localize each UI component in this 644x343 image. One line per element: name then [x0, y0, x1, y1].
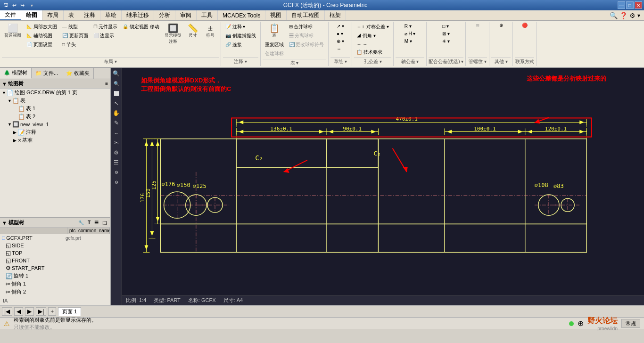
vtool-trim[interactable]: ✂: [112, 138, 121, 147]
mt-item-side[interactable]: ◱ SIDE: [0, 242, 110, 249]
drawing-tree-toggle[interactable]: ▼: [2, 81, 7, 87]
view-mode-btn[interactable]: 常规: [621, 319, 640, 328]
menu-review[interactable]: 审阅: [175, 10, 197, 20]
vtool-zoom-fit[interactable]: ⬜: [112, 89, 121, 98]
quick-save-btn[interactable]: 🖫: [2, 2, 10, 8]
menu-sketch[interactable]: 草绘: [100, 10, 122, 20]
page-tab-1[interactable]: 页面 1: [58, 307, 81, 316]
menu-file[interactable]: 文件: [0, 10, 21, 20]
tree-item-datum[interactable]: ▶ × 基准: [0, 136, 110, 144]
btn-m-dim[interactable]: M ▾: [402, 38, 418, 45]
menu-drawing[interactable]: 绘图: [21, 10, 42, 20]
nav-last-btn[interactable]: ▶|: [36, 307, 46, 316]
btn-local-magnify[interactable]: 📐 局部放大图: [24, 23, 59, 31]
mt-item-gcfx[interactable]: □ GCFX.PRT gcfx.prt: [0, 234, 110, 242]
settings-icon[interactable]: ⚙: [629, 12, 636, 19]
btn-edge-display[interactable]: ⬜ 边显示: [91, 32, 120, 40]
vtool-select[interactable]: ↖: [112, 98, 121, 108]
nav-prev-btn[interactable]: ◀: [14, 307, 23, 316]
btn-fit-h[interactable]: ⊠ ▾: [440, 30, 452, 37]
btn-auxiliary-view[interactable]: 📐 辅助视图: [24, 32, 59, 40]
mt-item-chamfer1[interactable]: ✂ 倒角 1: [0, 280, 110, 288]
nav-add-btn[interactable]: +: [48, 307, 56, 316]
btn-size[interactable]: 📏 尺寸: [184, 23, 201, 40]
menu-table[interactable]: 表: [64, 10, 79, 20]
menu-view[interactable]: 视图: [265, 10, 287, 20]
quick-undo-btn[interactable]: ↩: [11, 2, 18, 9]
btn-page-setup[interactable]: 📄 页面设置: [24, 41, 59, 49]
tree-item-new-view[interactable]: ▼ 🔲 new_view_1: [0, 121, 110, 128]
vtool-zoom-in[interactable]: 🔍: [112, 69, 121, 78]
nav-first-btn[interactable]: |◀: [2, 307, 12, 316]
mt-btn1[interactable]: 🔧: [77, 219, 85, 226]
mt-item-front[interactable]: ◱ FRONT: [0, 257, 110, 264]
btn-component-display[interactable]: ☐ 元件显示: [91, 23, 120, 31]
btn-arrow-lr[interactable]: ← →: [354, 41, 391, 48]
menu-frame[interactable]: 框架: [325, 10, 346, 20]
tab-model-tree[interactable]: 🌲 模型树: [0, 68, 32, 79]
btn-normal-view[interactable]: ⬜ 普通视图: [2, 23, 24, 40]
btn-update-page[interactable]: 🔄 更新页面: [60, 32, 91, 40]
menu-mcadex[interactable]: MCADEx Tools: [218, 10, 265, 20]
vtool-edit[interactable]: ✎: [112, 118, 121, 128]
model-tree-toggle[interactable]: ▼: [2, 220, 7, 226]
btn-merge-balloon[interactable]: ⊞ 合并球标: [287, 23, 327, 31]
quick-redo-btn[interactable]: ↪: [19, 2, 26, 9]
tab-favorites[interactable]: ⭐ 收藏夹: [62, 68, 94, 79]
vtool-config2[interactable]: ⚙: [112, 178, 121, 187]
mt-item-start[interactable]: ⚙ START_PART: [0, 264, 110, 272]
btn-sketch-line[interactable]: ⊕ ▾: [334, 38, 347, 45]
btn-change-balloon[interactable]: 🔄 更改球标符号: [287, 41, 327, 49]
tree-item-note[interactable]: ▶ 📝 注释: [0, 128, 110, 136]
mt-item-chamfer2[interactable]: ✂ 倒角 2: [0, 288, 110, 296]
btn-sketch-offset[interactable]: ↔: [334, 45, 347, 52]
tree-item-drawing-page[interactable]: ▼ 📄 绘图 GCFX.DRW 的第 1 页: [0, 89, 110, 97]
search-icon[interactable]: 🔍: [610, 12, 618, 19]
mt-item-top[interactable]: ◱ TOP: [0, 249, 110, 257]
btn-diameter-h[interactable]: ⌀ H ▾: [402, 30, 418, 37]
btn-connect[interactable]: 🔗 连接: [223, 41, 258, 49]
tab-files[interactable]: 📁 文件...: [32, 68, 62, 79]
vtool-config1[interactable]: ⚙: [112, 168, 121, 177]
drawing-tree-options[interactable]: ≡: [105, 81, 108, 86]
vtool-dimension[interactable]: ↔: [112, 128, 121, 138]
btn-chamfer[interactable]: ◢ 倒角 ▾: [354, 32, 391, 40]
mt-btn3[interactable]: ☰: [93, 219, 100, 226]
tree-item-table1[interactable]: 📋 表 1: [0, 105, 110, 113]
vtool-options[interactable]: ⚙: [112, 148, 121, 157]
mt-btn2[interactable]: T: [86, 219, 92, 226]
btn-fit-r[interactable]: □ ▾: [440, 23, 452, 30]
btn-create-balloon[interactable]: 创建球标: [263, 49, 286, 58]
menu-tools[interactable]: 工具: [197, 10, 218, 20]
menu-layout[interactable]: 布局: [42, 10, 64, 20]
model-tree-scroll[interactable]: □ GCFX.PRT gcfx.prt ◱ SIDE ◱ TOP ◱ FRONT: [0, 234, 110, 305]
btn-line-type[interactable]: ― 线型: [60, 23, 91, 31]
nav-next-btn[interactable]: ▶: [25, 307, 34, 316]
btn-r-dim[interactable]: R ▾: [402, 23, 418, 30]
btn-create-capture[interactable]: 📷 创建捕提线: [223, 32, 258, 40]
vtool-zoom-out[interactable]: 🔍: [112, 79, 121, 88]
vtool-layers[interactable]: ☰: [112, 158, 121, 167]
menu-inherit[interactable]: 继承迁移: [122, 10, 154, 20]
btn-table[interactable]: 📋 表: [266, 23, 283, 40]
menu-auto-drawing[interactable]: 自动工程图: [287, 10, 325, 20]
btn-display-model[interactable]: 🔲 显示模型注释: [162, 23, 184, 46]
btn-symbol[interactable]: ± 符号: [202, 23, 219, 40]
maximize-btn[interactable]: □: [626, 1, 634, 9]
vtool-pan[interactable]: ✋: [112, 108, 121, 118]
menu-annotation[interactable]: 注释: [79, 10, 100, 20]
btn-repeat-region[interactable]: 重复区域: [263, 41, 286, 49]
btn-sketch-arrow[interactable]: ↗ ▾: [334, 23, 347, 30]
help-icon[interactable]: ❓: [619, 12, 627, 19]
btn-tech-req[interactable]: 📋 技术要求: [354, 48, 391, 57]
btn-fit-m[interactable]: ✳ ▾: [440, 38, 452, 45]
btn-lock-view-move[interactable]: 🔒 锁定视图 移动: [120, 23, 162, 31]
tree-item-table2[interactable]: 📋 表 2: [0, 113, 110, 121]
ribbon-expand-icon[interactable]: ▾: [637, 12, 640, 19]
btn-split-balloon[interactable]: ☰ 分离球标: [287, 32, 327, 40]
btn-symmetry[interactable]: ↔⊥ 对称公差 ▾: [354, 23, 391, 31]
btn-annotation[interactable]: 📝 注释 ▾: [223, 23, 258, 31]
canvas-area[interactable]: 🔍 🔍 ⬜ ↖ ✋ ✎ ↔ ✂ ⚙ ☰ ⚙ ⚙: [111, 68, 644, 305]
menu-analysis[interactable]: 分析: [154, 10, 175, 20]
btn-sketch-circle[interactable]: ● ▾: [334, 30, 347, 37]
